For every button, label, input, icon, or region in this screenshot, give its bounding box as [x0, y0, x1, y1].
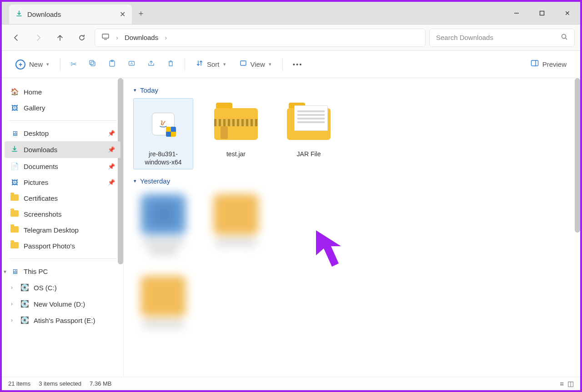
sidebar-item-gallery[interactable]: 🖼 Gallery [5, 100, 120, 116]
close-window-button[interactable]: ✕ [555, 2, 580, 24]
rename-icon: A [128, 60, 135, 69]
sidebar-item-this-pc[interactable]: ▾ 🖥 This PC [5, 263, 120, 279]
sidebar-item-drive-e[interactable]: › 💽 Atish's Passport (E:) [5, 312, 120, 328]
folder-icon [10, 194, 19, 202]
minimize-button[interactable] [504, 2, 529, 24]
forward-button[interactable] [29, 29, 47, 47]
blurred-item [134, 189, 193, 276]
file-item-jre[interactable]: jre-8u391-windows-x64 [134, 99, 193, 169]
tab-downloads[interactable]: Downloads ✕ [9, 5, 132, 24]
sidebar-item-certificates[interactable]: Certificates [5, 190, 120, 206]
gallery-icon: 🖼 [10, 104, 19, 112]
maximize-button[interactable] [529, 2, 555, 24]
sidebar-item-screenshots[interactable]: Screenshots [5, 206, 120, 222]
copy-icon [89, 60, 96, 69]
sort-icon [196, 60, 203, 69]
sidebar-item-pictures[interactable]: 🖼 Pictures 📌 [5, 174, 120, 190]
blurred-item [134, 271, 193, 344]
svg-text:A: A [130, 61, 133, 65]
cut-button[interactable]: ✂ [66, 56, 81, 73]
refresh-button[interactable] [73, 29, 91, 47]
share-icon [147, 60, 155, 69]
sidebar-item-desktop[interactable]: 🖥 Desktop 📌 [5, 125, 120, 141]
breadcrumb-current[interactable]: Downloads [125, 34, 158, 41]
back-button[interactable] [7, 29, 25, 47]
share-button[interactable] [143, 56, 160, 73]
details-view-icon[interactable]: ≡ [560, 380, 564, 388]
blurred-item [206, 189, 266, 276]
breadcrumb[interactable]: › Downloads › [95, 29, 426, 47]
chevron-right-icon[interactable]: › [11, 284, 13, 291]
preview-button[interactable]: Preview [525, 56, 572, 73]
new-tab-button[interactable]: ＋ [132, 2, 150, 24]
sidebar-item-drive-d[interactable]: › 💽 New Volume (D:) [5, 296, 120, 312]
download-icon [10, 145, 19, 154]
content-scrollbar[interactable] [575, 78, 580, 233]
svg-rect-12 [241, 61, 246, 65]
rename-button[interactable]: A [123, 56, 140, 73]
chevron-down-icon: ▾ [134, 178, 136, 184]
svg-point-4 [562, 35, 566, 39]
cut-icon: ✂ [70, 60, 77, 69]
copy-button[interactable] [84, 56, 101, 73]
view-button[interactable]: View ▾ [234, 56, 277, 73]
file-item-jarfile[interactable]: JAR File [279, 99, 338, 169]
sidebar-item-downloads[interactable]: Downloads 📌 [5, 141, 120, 158]
chevron-right-icon[interactable]: › [11, 317, 13, 323]
svg-rect-1 [540, 11, 544, 15]
up-button[interactable] [51, 29, 69, 47]
file-label: jre-8u391-windows-x64 [134, 150, 193, 169]
zip-folder-icon [214, 108, 258, 140]
more-button[interactable]: ••• [288, 57, 307, 72]
command-bar: + New ▾ ✂ A Sort ▾ View ▾ ••• Preview [2, 51, 580, 78]
folder-icon [10, 226, 19, 234]
file-item-testjar[interactable]: test.jar [206, 99, 266, 169]
delete-button[interactable] [162, 56, 179, 73]
search-input[interactable] [436, 34, 561, 41]
monitor-icon [101, 33, 110, 42]
new-button[interactable]: + New ▾ [10, 56, 55, 73]
picture-icon: 🖼 [10, 179, 19, 186]
tiles-view-icon[interactable]: ◫ [567, 380, 574, 388]
group-header-today[interactable]: ▾ Today [134, 86, 570, 94]
pin-icon: 📌 [108, 146, 115, 153]
paste-icon [108, 60, 116, 69]
sidebar-item-passport[interactable]: Passport Photo's [5, 238, 120, 254]
plus-circle-icon: + [15, 60, 25, 69]
sidebar-item-drive-c[interactable]: › 💽 OS (C:) [5, 279, 120, 296]
svg-rect-13 [531, 60, 538, 66]
paste-button[interactable] [104, 56, 120, 73]
sidebar-item-documents[interactable]: 📄 Documents 📌 [5, 158, 120, 174]
svg-rect-2 [102, 34, 109, 38]
pin-icon: 📌 [108, 163, 115, 170]
home-icon: 🏠 [10, 88, 19, 96]
pin-icon: 📌 [108, 130, 115, 137]
sidebar-item-home[interactable]: 🏠 Home [5, 84, 120, 100]
folder-icon [10, 210, 19, 218]
group-header-yesterday[interactable]: ▾ Yesterday [134, 177, 570, 185]
svg-line-5 [566, 38, 567, 40]
svg-rect-7 [90, 60, 94, 65]
search-box[interactable] [429, 29, 575, 47]
status-size: 7.36 MB [90, 380, 111, 387]
chevron-down-icon: ▾ [134, 87, 136, 93]
chevron-right-icon[interactable]: › [11, 301, 13, 307]
drive-icon: 💽 [20, 316, 29, 324]
more-icon: ••• [293, 60, 303, 68]
sort-button[interactable]: Sort ▾ [191, 56, 231, 73]
document-folder-icon [287, 108, 331, 140]
file-list-pane: ▾ Today jre-8u391-windows-x64 [124, 78, 580, 377]
close-tab-icon[interactable]: ✕ [120, 10, 125, 19]
chevron-down-icon: ▾ [223, 61, 226, 67]
download-icon [15, 10, 23, 19]
status-selection: 3 items selected [39, 380, 81, 387]
status-bar: 21 items 3 items selected 7.36 MB ≡ ◫ [2, 377, 580, 390]
status-count: 21 items [8, 380, 30, 387]
drive-icon: 💽 [20, 283, 29, 292]
search-icon [561, 33, 568, 42]
chevron-down-icon[interactable]: ▾ [4, 268, 6, 275]
tab-title: Downloads [27, 10, 61, 18]
nav-pane: 🏠 Home 🖼 Gallery 🖥 Desktop 📌 Downloads 📌 [2, 78, 124, 377]
desktop-icon: 🖥 [10, 129, 19, 137]
sidebar-item-telegram[interactable]: Telegram Desktop [5, 222, 120, 238]
